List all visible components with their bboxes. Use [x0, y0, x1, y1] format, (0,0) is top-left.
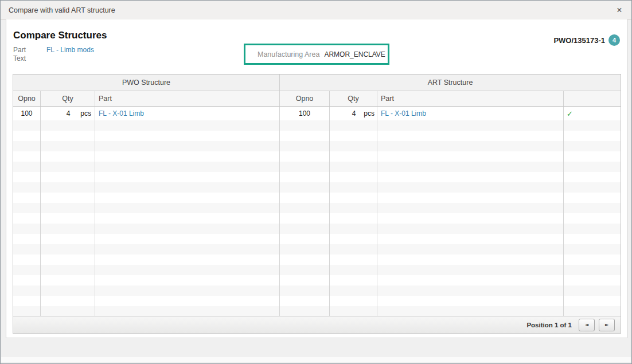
text-label: Text	[13, 54, 26, 63]
grid-body: 100 4 pcs FL - X-01 Limb	[13, 107, 621, 316]
art-qty-unit: pcs	[364, 109, 374, 118]
part-label: Part	[13, 46, 26, 54]
pwo-part-link[interactable]: FL - X-01 Limb	[99, 109, 144, 118]
previous-record-button[interactable]: ◄	[579, 319, 595, 331]
empty-rows-stripes	[13, 120, 40, 316]
body-column-match: ✓	[564, 107, 621, 316]
dialog-bottom-strip	[1, 357, 631, 362]
pwo-qty-unit: pcs	[80, 109, 91, 118]
empty-rows-stripes	[377, 120, 563, 316]
arrow-right-icon: ►	[605, 322, 608, 327]
body-column-art-opno: 100	[280, 107, 330, 316]
empty-rows-stripes	[564, 120, 621, 316]
column-header-pwo-part[interactable]: Part	[95, 91, 280, 106]
cell-pwo-part: FL - X-01 Limb	[95, 107, 279, 120]
empty-rows-stripes	[41, 120, 95, 316]
compare-structures-grid: PWO Structure ART Structure Opno Qty Par…	[13, 74, 621, 334]
art-part-link[interactable]: FL - X-01 Limb	[381, 109, 426, 118]
column-header-row: Opno Qty Part Opno Qty Part	[13, 91, 621, 107]
empty-rows-stripes	[95, 120, 279, 316]
manufacturing-area-field: Manufacturing Area ARMOR_ENCLAVE	[244, 44, 389, 65]
column-header-art-qty[interactable]: Qty	[330, 91, 377, 106]
part-link[interactable]: FL - Limb mods	[46, 46, 94, 54]
cell-art-opno: 100	[280, 107, 329, 120]
close-icon[interactable]: ×	[614, 5, 625, 16]
body-column-pwo-part: FL - X-01 Limb	[95, 107, 280, 316]
page-title: Compare Structures	[13, 30, 107, 41]
group-header-row: PWO Structure ART Structure	[13, 75, 621, 91]
manufacturing-area-value: ARMOR_ENCLAVE	[324, 50, 385, 58]
body-column-art-qty: 4 pcs	[330, 107, 377, 316]
body-column-pwo-opno: 100	[13, 107, 41, 316]
pwo-reference: PWO/135173-1 4	[553, 34, 620, 46]
position-label: Position 1 of 1	[526, 322, 572, 328]
art-qty-value: 4	[352, 109, 356, 118]
column-header-art-part[interactable]: Part	[377, 91, 564, 106]
empty-rows-stripes	[280, 120, 329, 316]
content-panel: Compare Structures Part Text FL - Limb m…	[6, 19, 627, 338]
pwo-qty-value: 4	[67, 109, 71, 118]
next-record-button[interactable]: ►	[599, 319, 615, 331]
empty-rows-stripes	[330, 120, 377, 316]
count-badge: 4	[608, 34, 620, 46]
manufacturing-area-label: Manufacturing Area	[258, 50, 319, 58]
cell-pwo-opno: 100	[13, 107, 40, 120]
column-header-match	[564, 91, 621, 106]
part-text-label: Part Text	[13, 46, 26, 63]
arrow-left-icon: ◄	[585, 322, 588, 327]
cell-art-qty: 4 pcs	[330, 107, 377, 120]
dialog-title: Compare with valid ART structure	[9, 6, 115, 14]
cell-pwo-qty: 4 pcs	[41, 107, 95, 120]
pwo-reference-text: PWO/135173-1	[553, 36, 605, 45]
column-header-pwo-qty[interactable]: Qty	[41, 91, 95, 106]
body-column-art-part: FL - X-01 Limb	[377, 107, 564, 316]
column-header-pwo-opno[interactable]: Opno	[13, 91, 41, 106]
match-check-icon: ✓	[564, 107, 621, 120]
dialog-window: Compare with valid ART structure × Compa…	[0, 0, 632, 364]
cell-art-part: FL - X-01 Limb	[377, 107, 563, 120]
grid-footer: Position 1 of 1 ◄ ►	[13, 316, 621, 333]
body-column-pwo-qty: 4 pcs	[41, 107, 95, 316]
column-header-art-opno[interactable]: Opno	[280, 91, 330, 106]
group-header-art-structure: ART Structure	[280, 75, 621, 91]
group-header-pwo-structure: PWO Structure	[13, 75, 280, 91]
dialog-titlebar: Compare with valid ART structure ×	[1, 1, 631, 20]
